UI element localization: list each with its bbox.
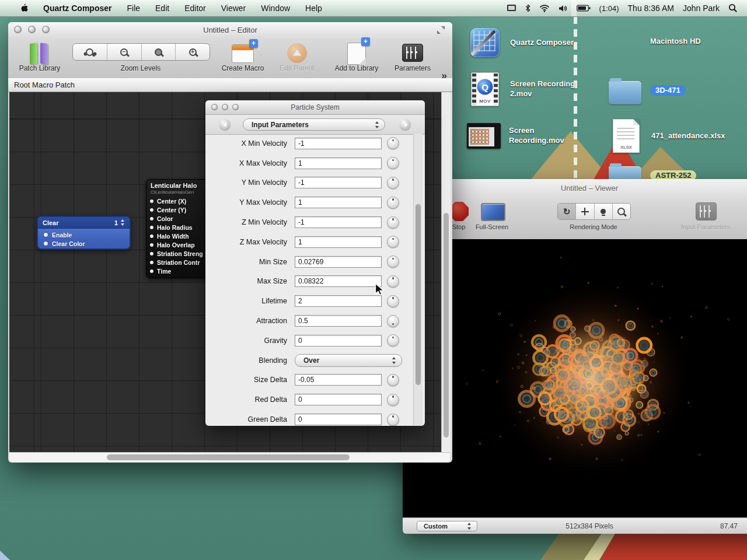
parameter-input[interactable] <box>295 414 382 425</box>
menu-editor[interactable]: Editor <box>177 4 214 13</box>
spotlight-menu[interactable] <box>728 4 738 13</box>
menu-file[interactable]: File <box>119 4 148 13</box>
desktop-icon-3d-471[interactable]: 3D-471 <box>607 72 732 108</box>
editor-horizontal-scrollbar[interactable] <box>9 452 450 462</box>
create-macro-button[interactable]: + Create Macro <box>217 22 269 63</box>
editor-vertical-scrollbar[interactable] <box>441 92 451 452</box>
node-port[interactable]: Time <box>150 267 208 275</box>
zoom-out-button[interactable]: − <box>107 44 142 60</box>
viewer-titlebar[interactable]: Untitled – Viewer Stop Full-Screen ↻ Ren… <box>403 179 747 240</box>
breadcrumb[interactable]: Root Macro Patch <box>8 78 452 92</box>
port-dot-icon[interactable] <box>150 200 153 203</box>
port-dot-icon[interactable] <box>150 243 153 247</box>
parameter-knob[interactable] <box>387 275 399 288</box>
parameter-input[interactable] <box>295 216 382 228</box>
desktop-icon-quartz-composer[interactable]: Quartz Composer <box>467 24 592 61</box>
parameter-input[interactable] <box>295 315 382 327</box>
parameter-input[interactable] <box>295 335 382 346</box>
zoom-button[interactable] <box>232 104 239 110</box>
zoom-fit-button[interactable] <box>73 44 107 60</box>
port-dot-icon[interactable] <box>150 261 153 264</box>
parameter-knob[interactable] <box>387 197 399 209</box>
parameter-knob[interactable] <box>387 374 399 386</box>
fast-user-switch-menu[interactable]: John Park <box>683 4 720 13</box>
parameter-knob[interactable] <box>387 334 399 346</box>
desktop-icon-471-attendance-xlsx[interactable]: XLSX471_attendance.xlsx <box>608 118 734 154</box>
parameter-knob[interactable] <box>387 295 399 307</box>
menu-edit[interactable]: Edit <box>148 4 177 13</box>
parameter-input[interactable] <box>295 177 382 188</box>
menu-window[interactable]: Window <box>253 4 298 13</box>
parameter-knob[interactable] <box>387 414 399 426</box>
parameter-knob[interactable] <box>387 236 399 248</box>
node-port[interactable]: Clear Color <box>44 239 130 248</box>
scrollbar-thumb[interactable] <box>444 213 449 438</box>
node-port[interactable]: Halo Width <box>150 232 208 240</box>
parameter-input[interactable] <box>295 138 382 149</box>
pan-mode-button[interactable] <box>576 204 594 219</box>
node-port[interactable]: Striation Streng <box>150 249 208 258</box>
node-port[interactable]: Halo Overlap <box>150 240 208 249</box>
node-port[interactable]: Enable <box>44 230 130 239</box>
volume-menu-extra[interactable] <box>558 5 568 12</box>
parameter-input[interactable] <box>295 236 382 248</box>
desktop-icon-macintosh-hd[interactable]: Macintosh HD <box>607 23 732 60</box>
port-dot-icon[interactable] <box>150 235 153 238</box>
port-dot-icon[interactable] <box>150 208 153 212</box>
parameter-input[interactable] <box>295 374 382 386</box>
menu-quartz-composer[interactable]: Quartz Composer <box>36 4 119 13</box>
minimize-button[interactable] <box>222 104 228 110</box>
menu-help[interactable]: Help <box>298 4 330 13</box>
desktop-icon-screen-recording-2-mov[interactable]: QMOVScreen Recording 2.mov <box>467 71 592 107</box>
lenticular-halo-node[interactable]: Lenticular Halo CILenticularHaloGen Cent… <box>146 179 209 278</box>
scrollbar-thumb[interactable] <box>416 204 421 385</box>
panel-scrollbar[interactable] <box>413 134 423 425</box>
node-port[interactable]: Halo Radius <box>150 223 208 232</box>
port-dot-icon[interactable] <box>44 242 48 246</box>
node-port[interactable]: Color <box>150 214 208 223</box>
battery-menu-extra[interactable] <box>577 5 591 12</box>
zoom-mode-button[interactable] <box>613 204 630 219</box>
inspector-page-dropdown[interactable]: Input Parameters <box>243 118 385 131</box>
node-port[interactable]: Striation Contr <box>150 258 208 267</box>
port-dot-icon[interactable] <box>150 226 153 229</box>
port-dot-icon[interactable] <box>150 252 153 256</box>
parameter-input[interactable] <box>295 197 382 208</box>
parameter-knob[interactable] <box>387 256 399 268</box>
parameter-input[interactable] <box>295 394 382 405</box>
full-screen-button[interactable] <box>481 203 505 221</box>
input-parameters-icon[interactable] <box>696 202 717 220</box>
close-button[interactable] <box>211 104 218 110</box>
menu-viewer[interactable]: Viewer <box>214 4 254 13</box>
clear-node[interactable]: Clear 1 EnableClear Color <box>37 216 131 250</box>
panel-titlebar[interactable]: Particle System <box>205 100 425 115</box>
forward-button[interactable] <box>400 119 411 130</box>
node-port[interactable]: Center (Y) <box>150 205 208 214</box>
parameter-knob[interactable] <box>387 216 399 229</box>
port-dot-icon[interactable] <box>150 270 153 273</box>
scrollbar-thumb[interactable] <box>107 454 350 460</box>
parameter-input[interactable] <box>295 256 382 268</box>
add-to-library-button[interactable]: + Add to Library <box>330 22 383 65</box>
wifi-menu-extra[interactable] <box>539 5 550 12</box>
parameter-input[interactable] <box>295 275 382 287</box>
parameter-knob[interactable] <box>387 315 399 327</box>
bluetooth-menu-extra[interactable] <box>525 4 530 12</box>
apple-menu[interactable] <box>12 4 36 13</box>
desktop-icon-screen-recording-mov[interactable]: Screen Recording.mov <box>466 118 591 154</box>
blending-dropdown[interactable]: Over <box>295 354 402 367</box>
port-dot-icon[interactable] <box>150 217 153 220</box>
menu-clock[interactable]: Thu 8:36 AM <box>628 4 674 13</box>
parameter-knob[interactable] <box>387 394 399 406</box>
node-port[interactable]: Center (X) <box>150 197 208 205</box>
layer-stepper-icon[interactable] <box>121 219 125 226</box>
rotate-mode-button[interactable]: ↻ <box>558 204 576 219</box>
parameter-input[interactable] <box>295 158 382 169</box>
parameter-knob[interactable] <box>387 137 399 149</box>
back-button[interactable] <box>219 119 231 130</box>
parameters-button[interactable]: Parameters <box>386 22 439 62</box>
zoom-actual-button[interactable] <box>142 44 176 60</box>
editor-titlebar[interactable]: Untitled – Editor Patch Library −+ Zoom … <box>8 22 452 79</box>
zoom-in-button[interactable]: + <box>176 44 210 60</box>
parameter-knob[interactable] <box>387 157 399 169</box>
